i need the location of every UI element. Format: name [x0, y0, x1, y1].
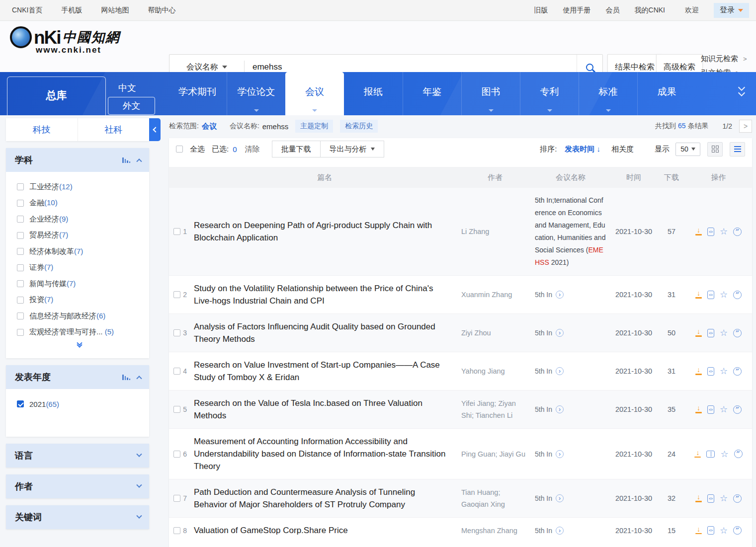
page-size-select[interactable]: 50	[675, 143, 700, 156]
paper-title-link[interactable]: Research on the Value of Tesla Inc.based…	[194, 397, 455, 422]
next-page-button[interactable]: >	[739, 120, 752, 133]
author-link[interactable]: Ziyi Zhou	[461, 329, 491, 337]
filter-checkbox[interactable]	[17, 264, 24, 271]
conference-name-link[interactable]: 5th In	[535, 405, 552, 413]
favorite-icon[interactable]: ☆	[720, 367, 728, 376]
expand-section-icon[interactable]	[136, 482, 142, 488]
filter-checkbox[interactable]	[17, 400, 24, 407]
row-checkbox[interactable]	[173, 527, 180, 534]
download-icon[interactable]	[694, 450, 701, 458]
clear-selection-button[interactable]: 清除	[245, 145, 260, 154]
paper-title-link[interactable]: Analysis of Factors Influencing Audit Qu…	[194, 320, 455, 345]
collapse-section-icon[interactable]	[136, 376, 142, 381]
favorite-icon[interactable]: ☆	[720, 526, 728, 535]
collapse-section-icon[interactable]	[136, 158, 142, 164]
result-count[interactable]: 65	[678, 122, 686, 130]
row-checkbox[interactable]	[173, 495, 180, 502]
row-checkbox[interactable]	[173, 291, 180, 298]
cnki-logo[interactable]: nKi 中國知網 www.cnki.net	[10, 26, 159, 55]
topbar-link-help[interactable]: 帮助中心	[148, 6, 175, 15]
filter-item[interactable]: 企业经济(9)	[17, 211, 142, 228]
row-checkbox[interactable]	[173, 451, 180, 458]
nav-tab-图书[interactable]: 图书	[461, 72, 520, 115]
search-input[interactable]	[245, 62, 577, 72]
html-read-icon[interactable]	[707, 329, 714, 337]
favorite-icon[interactable]: ☆	[720, 494, 728, 503]
filter-checkbox[interactable]	[17, 232, 24, 239]
conference-name-link[interactable]: 5th In	[535, 450, 552, 458]
nav-tab-报纸[interactable]: 报纸	[344, 72, 403, 115]
conference-name-link[interactable]: 5th In	[535, 367, 552, 375]
filter-checkbox[interactable]	[17, 248, 24, 255]
nav-chinese-toggle[interactable]: 中文	[106, 79, 149, 97]
sort-by-time[interactable]: 发表时间 ↓	[563, 145, 600, 154]
topbar-link-member[interactable]: 会员	[606, 6, 620, 15]
paper-title-link[interactable]: Research on Deepening Path of Agri-produ…	[194, 219, 455, 244]
favorite-icon[interactable]: ☆	[720, 227, 728, 236]
paper-title-link[interactable]: Research on Value Investment of Start-up…	[194, 359, 455, 384]
list-view-button[interactable]	[730, 142, 745, 156]
row-checkbox[interactable]	[173, 406, 180, 413]
favorite-icon[interactable]: ☆	[720, 328, 728, 337]
topbar-link-mobile[interactable]: 手机版	[61, 6, 82, 15]
filter-checkbox[interactable]	[17, 216, 24, 223]
row-checkbox[interactable]	[173, 228, 180, 235]
filter-panel-header[interactable]: 作者	[6, 474, 149, 498]
conference-name-link[interactable]: 5th In	[535, 329, 552, 337]
topbar-link-old-version[interactable]: 旧版	[534, 6, 548, 15]
favorite-icon[interactable]: ☆	[720, 450, 728, 459]
conference-expand-icon[interactable]: ›	[556, 367, 564, 375]
filter-checkbox[interactable]	[17, 280, 24, 287]
filter-item[interactable]: 工业经济(12)	[17, 179, 142, 195]
quote-icon[interactable]: ”	[733, 494, 742, 503]
conference-expand-icon[interactable]: ›	[556, 405, 564, 413]
download-icon[interactable]	[695, 329, 702, 337]
download-icon[interactable]	[695, 405, 702, 413]
export-analyze-button[interactable]: 导出与分析	[320, 141, 384, 157]
filter-item[interactable]: 新闻与传媒(7)	[17, 276, 142, 292]
bar-chart-icon[interactable]	[122, 375, 130, 380]
topbar-link-cnki-home[interactable]: CNKI首页	[12, 6, 42, 15]
topbar-link-my-cnki[interactable]: 我的CNKI	[635, 6, 665, 15]
quote-icon[interactable]: ”	[733, 405, 742, 414]
bar-chart-icon[interactable]	[122, 157, 130, 163]
nav-tab-专利[interactable]: 专利	[520, 72, 579, 115]
html-read-icon[interactable]	[707, 526, 714, 535]
download-icon[interactable]	[695, 228, 702, 235]
conference-expand-icon[interactable]: ›	[556, 291, 564, 299]
filter-item[interactable]: 宏观经济管理与可持... (5)	[17, 324, 142, 341]
nav-tab-年鉴[interactable]: 年鉴	[403, 72, 461, 115]
sidebar-tab-science[interactable]: 科技	[6, 118, 78, 141]
favorite-icon[interactable]: ☆	[720, 290, 728, 299]
batch-download-button[interactable]: 批量下载	[272, 141, 321, 157]
nav-tab-会议[interactable]: 会议	[285, 72, 344, 115]
download-icon[interactable]	[695, 291, 702, 299]
nav-expand-more-icon[interactable]	[739, 85, 744, 95]
topic-customize-button[interactable]: 主题定制	[295, 120, 333, 133]
filter-item[interactable]: 金融(10)	[17, 195, 142, 212]
nav-tab-标准[interactable]: 标准	[579, 72, 637, 115]
filter-item[interactable]: 信息经济与邮政经济(6)	[17, 308, 142, 324]
filter-panel-header[interactable]: 发表年度	[6, 365, 149, 389]
filter-checkbox[interactable]	[17, 200, 24, 207]
nav-foreign-toggle[interactable]: 外文	[108, 97, 155, 115]
html-read-icon[interactable]	[707, 494, 714, 503]
login-button[interactable]: 登录	[714, 3, 749, 18]
html-read-icon[interactable]	[707, 367, 714, 376]
author-link[interactable]: Yifei Jiang; Ziyan Shi; Tianchen Li	[461, 399, 516, 419]
conference-name-link[interactable]: 5th In	[535, 527, 552, 535]
quote-icon[interactable]: ”	[733, 291, 742, 299]
grid-view-button[interactable]	[707, 142, 723, 156]
quote-icon[interactable]: ”	[733, 367, 742, 376]
filter-item[interactable]: 经济体制改革(7)	[17, 243, 142, 260]
conference-expand-icon[interactable]: ›	[556, 450, 564, 458]
sidebar-collapse-handle[interactable]	[149, 118, 161, 141]
knowledge-element-search-link[interactable]: 知识元检索>	[701, 54, 747, 64]
conference-name-link[interactable]: 5th In;ternational Conference on Economi…	[535, 194, 606, 269]
filter-checkbox[interactable]	[17, 183, 24, 190]
filter-panel-header[interactable]: 语言	[6, 444, 149, 468]
filter-checkbox[interactable]	[17, 297, 24, 304]
author-link[interactable]: Ping Guan; Jiayi Gu	[461, 450, 525, 458]
filter-checkbox[interactable]	[17, 313, 24, 319]
sidebar-tab-social[interactable]: 社科	[78, 118, 150, 141]
